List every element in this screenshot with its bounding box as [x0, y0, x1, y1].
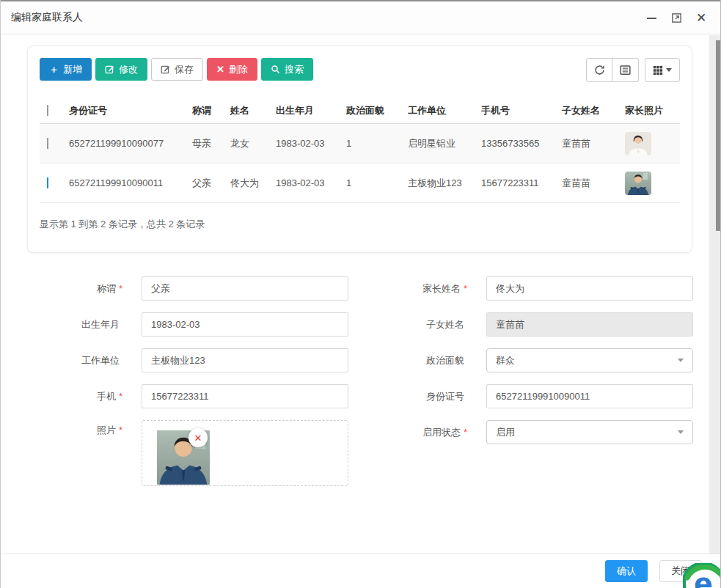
chevron-down-icon [678, 430, 684, 434]
field-parent-name: 家长姓名* [345, 276, 721, 301]
row-checkbox[interactable] [47, 138, 48, 149]
col-header-work[interactable]: 工作单位 [408, 104, 481, 117]
table-row[interactable]: 652721199910090077 母亲 龙女 1983-02-03 1 启明… [40, 124, 680, 163]
table-toolbar: ＋ 新增 修改 保存 ✕ 删除 [40, 58, 680, 82]
field-label: 手机* [1, 390, 133, 403]
cell-relation: 父亲 [192, 177, 230, 190]
col-header-relation[interactable]: 称谓 [192, 104, 230, 117]
field-label: 启用状态* [345, 426, 477, 439]
cell-work: 启明星铝业 [408, 137, 481, 150]
phone-input[interactable] [142, 384, 348, 408]
svg-text:e: e [694, 567, 713, 588]
pagination-info: 显示第 1 到第 2 条记录，总共 2 条记录 [40, 218, 680, 231]
refresh-icon [594, 65, 605, 76]
window-controls: ✕ [641, 1, 711, 34]
relation-input[interactable] [142, 276, 348, 301]
col-header-name[interactable]: 姓名 [230, 104, 276, 117]
cell-id: 652721199910090011 [69, 177, 192, 188]
contacts-table: 身份证号 称谓 姓名 出生年月 政治面貌 工作单位 手机号 子女姓名 家长照片 … [40, 98, 680, 231]
field-work-unit: 工作单位 [1, 348, 361, 372]
add-button-label: 新增 [63, 63, 82, 76]
table-view-controls [586, 58, 680, 82]
birth-date-input[interactable] [142, 312, 348, 337]
col-header-phone[interactable]: 手机号 [481, 104, 562, 117]
search-button[interactable]: 搜索 [261, 58, 313, 81]
parent-name-input[interactable] [486, 276, 693, 301]
edit-icon [105, 65, 114, 74]
dialog-footer: 确认 关闭 [1, 554, 720, 588]
field-label: 家长姓名* [345, 282, 477, 295]
minimize-icon [647, 18, 656, 19]
minimize-button[interactable] [641, 8, 662, 29]
delete-button-label: 删除 [229, 63, 248, 76]
search-button-label: 搜索 [285, 63, 304, 76]
enable-status-select[interactable]: 启用 [486, 420, 693, 444]
field-label: 子女姓名 [345, 318, 477, 331]
cell-name: 龙女 [230, 137, 276, 150]
cell-relation: 母亲 [192, 137, 230, 150]
col-header-birth[interactable]: 出生年月 [276, 104, 346, 117]
table-header-row: 身份证号 称谓 姓名 出生年月 政治面貌 工作单位 手机号 子女姓名 家长照片 [40, 98, 680, 124]
save-button[interactable]: 保存 [151, 58, 203, 81]
field-enable-status: 启用状态* 启用 [345, 420, 721, 444]
columns-button[interactable] [645, 58, 680, 82]
col-header-id[interactable]: 身份证号 [69, 104, 192, 117]
col-header-child[interactable]: 子女姓名 [562, 104, 625, 117]
mother-photo [625, 132, 651, 155]
edit-button-label: 修改 [119, 63, 138, 76]
chevron-down-icon [666, 68, 672, 72]
card-view-icon [620, 65, 631, 76]
id-number-input[interactable] [486, 384, 693, 408]
father-photo [625, 172, 651, 195]
toggle-view-button[interactable] [612, 58, 639, 82]
close-icon: ✕ [696, 12, 706, 24]
cell-child: 童苗苗 [562, 137, 625, 150]
cell-phone: 15677223311 [481, 177, 562, 188]
close-button[interactable]: ✕ [691, 8, 711, 29]
required-asterisk: * [119, 391, 122, 402]
add-button[interactable]: ＋ 新增 [40, 58, 92, 81]
maximize-button[interactable] [666, 8, 687, 29]
dialog-titlebar: 编辑家庭联系人 ✕ [1, 1, 720, 34]
x-icon: ✕ [216, 64, 224, 75]
col-header-political[interactable]: 政治面貌 [346, 104, 408, 117]
cell-work: 主板物业123 [408, 177, 481, 190]
refresh-button[interactable] [586, 58, 612, 82]
scrollbar-thumb[interactable] [716, 40, 721, 231]
select-all-checkbox[interactable] [47, 105, 48, 116]
confirm-button[interactable]: 确认 [605, 560, 648, 582]
cell-political: 1 [346, 138, 408, 149]
field-label: 政治面貌 [345, 354, 477, 367]
form-column-right: 家长姓名* 子女姓名 政治面貌 群众 身份证号 启用状态* 启用 [345, 276, 721, 456]
cell-birth: 1983-02-03 [276, 138, 346, 149]
field-birth: 出生年月 [1, 312, 361, 337]
dialog-title: 编辑家庭联系人 [1, 11, 83, 24]
table-row[interactable]: 652721199910090011 父亲 佟大为 1983-02-03 1 主… [40, 163, 680, 203]
enable-status-value: 启用 [496, 426, 515, 439]
photo-upload-dropzone[interactable]: ✕ [142, 420, 348, 486]
field-relation: 称谓* [1, 276, 361, 301]
search-icon [271, 65, 280, 74]
cell-child: 童苗苗 [562, 177, 625, 190]
plus-icon: ＋ [49, 63, 59, 76]
columns-group [645, 58, 680, 82]
edit-family-contact-dialog: 编辑家庭联系人 ✕ ＋ 新增 [0, 0, 721, 588]
field-label: 照片* [1, 420, 133, 437]
delete-button[interactable]: ✕ 删除 [207, 58, 257, 81]
field-label: 称谓* [1, 282, 133, 295]
row-checkbox[interactable] [47, 177, 48, 188]
cell-name: 佟大为 [230, 177, 276, 190]
save-icon [161, 65, 170, 74]
family-contacts-panel: ＋ 新增 修改 保存 ✕ 删除 [27, 45, 692, 253]
remove-photo-button[interactable]: ✕ [189, 428, 208, 447]
form-column-left: 称谓* 出生年月 工作单位 手机* 照片* [1, 276, 361, 498]
save-button-label: 保存 [175, 63, 194, 76]
browser-logo: e [683, 563, 721, 588]
required-asterisk: * [464, 427, 467, 438]
required-asterisk: * [464, 283, 467, 294]
col-header-photo[interactable]: 家长照片 [625, 104, 683, 117]
edit-button[interactable]: 修改 [95, 58, 147, 81]
political-status-select[interactable]: 群众 [486, 348, 693, 372]
work-unit-input[interactable] [142, 348, 348, 372]
field-label: 工作单位 [1, 354, 133, 367]
